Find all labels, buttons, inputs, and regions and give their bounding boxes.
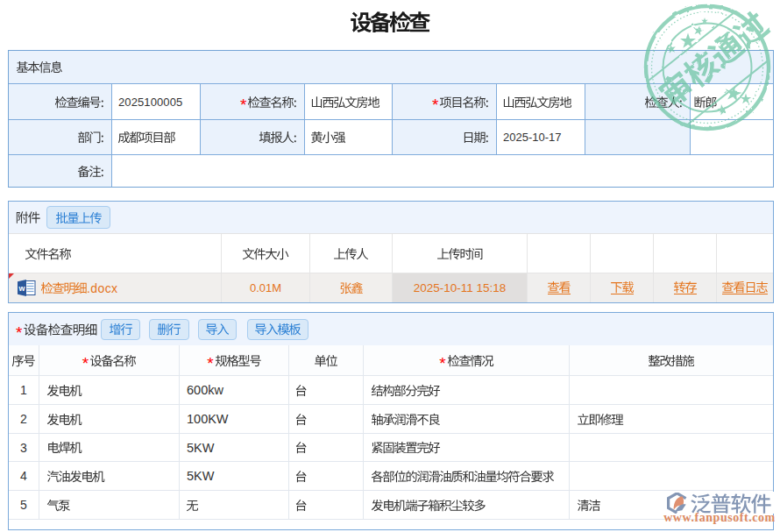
- svg-text:w: w: [18, 284, 25, 293]
